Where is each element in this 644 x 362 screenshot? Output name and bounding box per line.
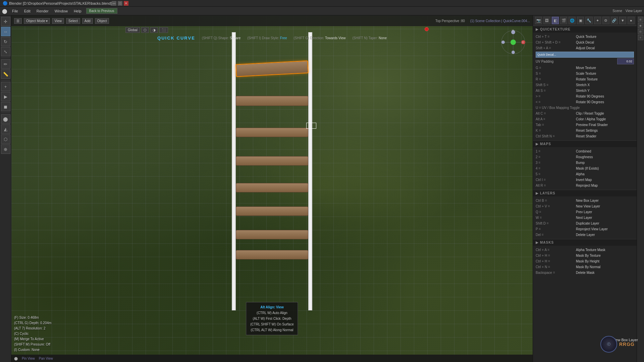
quick-decal-input-row xyxy=(536,52,634,58)
map-reproject: Alt R = Reproject Map xyxy=(536,183,634,188)
object-btn[interactable]: Object xyxy=(95,18,109,24)
mk-4: 4 = xyxy=(536,166,576,171)
annotate-tool[interactable]: ✏ xyxy=(1,59,10,69)
perspective-label: Top Perspective :80 xyxy=(435,19,465,23)
panel-icon-scene[interactable]: 🎬 xyxy=(560,17,567,24)
stat-cyclic: (C) Cyclic xyxy=(14,331,51,337)
move-tool[interactable]: ↔ xyxy=(1,27,10,36)
toolbar-btn-10[interactable]: ⊕ xyxy=(1,144,10,154)
minimize-button[interactable]: — xyxy=(112,1,116,6)
toolbar-btn-7[interactable]: ⬤ xyxy=(1,114,10,124)
viewport-menu-btn[interactable]: ☰ xyxy=(14,18,22,24)
maps-header[interactable]: ▶ MAPS xyxy=(533,140,637,147)
map-alpha: 5 = Alpha xyxy=(536,171,634,177)
panel-icon-material[interactable]: ● xyxy=(628,17,635,24)
panel-icon-object[interactable]: ▣ xyxy=(577,17,584,24)
align-view-popup: Alt Align: View (CTRL W) Auto Align (ALT… xyxy=(246,302,298,335)
stat-custom: (I) Custom: None xyxy=(14,347,51,353)
rotate-tool[interactable]: ↻ xyxy=(1,37,10,46)
shortcut-adjust-decal: Shift + A = Adjust Decal xyxy=(536,45,634,51)
cursor-tool[interactable]: ✛ xyxy=(1,17,10,26)
stat-depth: (CTRL G) Depth: 0.204m xyxy=(14,320,51,326)
object-mode-btn[interactable]: Object Mode ▾ xyxy=(24,18,50,24)
panel-icon-output[interactable]: 🖼 xyxy=(543,17,550,24)
panel-icon-data[interactable]: ▼ xyxy=(619,17,626,24)
viewport-shade-btn[interactable]: ⬛ xyxy=(159,27,168,33)
global-btn[interactable]: Global xyxy=(125,27,140,33)
shortcut-quick-texture: Ctrl + T = Quick Texture xyxy=(536,34,634,40)
quick-curve-header: QUICK CURVE (SHIFT Q) Shape: Square (SHI… xyxy=(11,36,533,41)
panel-icon-render[interactable]: 📷 xyxy=(535,17,542,24)
msd-1: Alpha Texture Mask xyxy=(576,247,634,252)
toolbar-btn-9[interactable]: ⬡ xyxy=(1,134,10,144)
qc-dir-key: (SHIFT G) Direction: xyxy=(293,36,324,40)
uv-padding-input[interactable] xyxy=(617,58,634,64)
lk-q: Q = xyxy=(536,209,576,215)
toolbar-btn-5[interactable]: ▶ xyxy=(1,92,10,101)
edge-btn-3[interactable]: ⊟ xyxy=(638,29,643,34)
ladder-rung-5 xyxy=(236,183,308,192)
panel-icon-view-layer[interactable]: ◧ xyxy=(552,17,559,24)
maximize-button[interactable]: □ xyxy=(118,1,122,6)
layers-header[interactable]: ▶ LAYERS xyxy=(533,190,637,196)
map-combined: 1 = Combined xyxy=(536,148,634,154)
mk-3: 3 = xyxy=(536,160,576,165)
masks-header[interactable]: ▶ MASKS xyxy=(533,239,637,246)
ladder xyxy=(225,32,319,310)
map-bump: 3 = Bump xyxy=(536,160,634,166)
qc-direction: (SHIFT G) Direction: Towards View xyxy=(293,36,345,40)
scale-tool[interactable]: ⤡ xyxy=(1,47,10,56)
menu-file[interactable]: File xyxy=(9,8,21,14)
close-button[interactable]: ✕ xyxy=(124,1,128,6)
panel-icon-modifier[interactable]: 🔧 xyxy=(585,17,592,24)
measure-tool[interactable]: 📏 xyxy=(1,69,10,79)
panel-icon-particles[interactable]: ✦ xyxy=(594,17,601,24)
sd-csn: Reset Shader xyxy=(576,134,634,139)
qc-dir-value: Towards View xyxy=(325,36,346,40)
md-2: Roughness xyxy=(576,155,634,160)
toolbar-btn-8[interactable]: ◭ xyxy=(1,124,10,134)
select-btn[interactable]: Select xyxy=(66,18,80,24)
menu-edit[interactable]: Edit xyxy=(21,8,33,14)
qc-draw: (SHIFT I) Draw Style: Free xyxy=(247,36,287,40)
sc-stretch-x: Shift S = Stretch X xyxy=(536,82,634,88)
sd-1: Quick Texture xyxy=(576,34,634,39)
edge-btn-1[interactable]: ⊞ xyxy=(638,17,643,22)
msd-2: Mask By Texture xyxy=(576,253,634,258)
lk-sd: Shift D = xyxy=(536,221,576,226)
panel-icon-physics[interactable]: ⚙ xyxy=(602,17,609,24)
sd-altc: Clip / Reset Toggle xyxy=(576,111,634,116)
menu-help[interactable]: Help xyxy=(71,8,84,14)
edge-btn-2[interactable]: ◉ xyxy=(638,23,643,28)
msd-5: Delete Mask xyxy=(576,270,634,275)
stat-merge: (M) Merge To Active xyxy=(14,337,51,342)
map-mask: 4 = Mask (If Exists) xyxy=(536,166,634,171)
pan-view-label: Pan View xyxy=(39,357,53,360)
toolbar-btn-6[interactable]: ◼ xyxy=(1,102,10,111)
shading-btn[interactable]: ◑ xyxy=(150,27,158,33)
masks-label: MASKS xyxy=(540,241,554,244)
sk-sx: Shift S = xyxy=(536,82,576,87)
menu-render[interactable]: Render xyxy=(34,8,51,14)
qc-taper: (SHIFT N) Taper: None xyxy=(353,36,387,40)
viewport[interactable]: ☰ Object Mode ▾ View Select Add Object T… xyxy=(11,15,533,362)
quicktexture-header[interactable]: ▶ QUICKTEXTURE xyxy=(533,26,637,33)
add-btn[interactable]: Add xyxy=(82,18,93,24)
msd-3: Mask By Height xyxy=(576,259,634,264)
panel-icon-world[interactable]: 🌐 xyxy=(569,17,576,24)
masks-arrow: ▶ xyxy=(536,241,539,244)
layer-reproject: P = Reproject View Layer xyxy=(536,226,634,232)
overlay-btn[interactable]: ⬡ xyxy=(141,27,149,33)
mk-1: 1 = xyxy=(536,149,576,154)
ld-cv: New View Layer xyxy=(576,204,634,209)
svg-point-7 xyxy=(511,40,516,45)
view-btn[interactable]: View xyxy=(52,18,64,24)
quick-decal-input[interactable] xyxy=(536,52,634,58)
right-edge: ⊞ ◉ ⊟ ≡ xyxy=(637,15,644,362)
menu-window[interactable]: Window xyxy=(52,8,70,14)
back-to-prev-button[interactable]: Back to Previous xyxy=(86,8,117,14)
panel-icon-constraints[interactable]: 🔗 xyxy=(611,17,618,24)
view-layer-label: View Layer xyxy=(626,9,642,13)
add-tool[interactable]: + xyxy=(1,82,10,91)
edge-btn-4[interactable]: ≡ xyxy=(638,35,643,40)
